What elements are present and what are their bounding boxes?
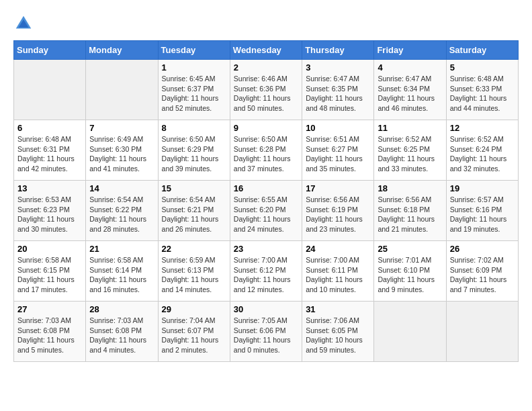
header-cell-sunday: Sunday bbox=[14, 41, 86, 60]
day-cell: 27Sunrise: 7:03 AM Sunset: 6:08 PM Dayli… bbox=[14, 302, 86, 362]
day-number: 22 bbox=[162, 244, 226, 254]
day-cell bbox=[446, 302, 518, 362]
day-cell: 17Sunrise: 6:56 AM Sunset: 6:19 PM Dayli… bbox=[302, 181, 374, 241]
logo-icon bbox=[13, 13, 34, 34]
day-info: Sunrise: 7:06 AM Sunset: 6:05 PM Dayligh… bbox=[306, 316, 370, 355]
day-cell bbox=[14, 60, 86, 120]
week-row-1: 1Sunrise: 6:45 AM Sunset: 6:37 PM Daylig… bbox=[14, 60, 519, 120]
day-info: Sunrise: 6:45 AM Sunset: 6:37 PM Dayligh… bbox=[162, 74, 226, 113]
day-number: 17 bbox=[306, 183, 370, 193]
page-header bbox=[13, 13, 519, 34]
day-cell bbox=[374, 302, 446, 362]
day-cell: 21Sunrise: 6:58 AM Sunset: 6:14 PM Dayli… bbox=[86, 241, 158, 302]
day-number: 13 bbox=[17, 183, 82, 193]
day-cell: 4Sunrise: 6:47 AM Sunset: 6:34 PM Daylig… bbox=[374, 60, 446, 120]
day-number: 30 bbox=[234, 304, 298, 314]
day-info: Sunrise: 7:03 AM Sunset: 6:08 PM Dayligh… bbox=[89, 316, 154, 355]
day-number: 23 bbox=[234, 244, 298, 254]
day-number: 3 bbox=[306, 62, 370, 73]
header-cell-wednesday: Wednesday bbox=[230, 41, 302, 60]
day-info: Sunrise: 7:02 AM Sunset: 6:09 PM Dayligh… bbox=[450, 255, 515, 295]
day-cell: 18Sunrise: 6:56 AM Sunset: 6:18 PM Dayli… bbox=[374, 181, 446, 241]
day-info: Sunrise: 6:50 AM Sunset: 6:28 PM Dayligh… bbox=[234, 134, 298, 174]
day-info: Sunrise: 7:03 AM Sunset: 6:08 PM Dayligh… bbox=[17, 316, 82, 355]
day-info: Sunrise: 7:00 AM Sunset: 6:11 PM Dayligh… bbox=[306, 255, 370, 295]
day-cell: 9Sunrise: 6:50 AM Sunset: 6:28 PM Daylig… bbox=[230, 120, 302, 181]
day-info: Sunrise: 6:54 AM Sunset: 6:22 PM Dayligh… bbox=[89, 195, 154, 234]
day-info: Sunrise: 6:55 AM Sunset: 6:20 PM Dayligh… bbox=[234, 195, 298, 234]
day-cell: 23Sunrise: 7:00 AM Sunset: 6:12 PM Dayli… bbox=[230, 241, 302, 302]
day-cell: 16Sunrise: 6:55 AM Sunset: 6:20 PM Dayli… bbox=[230, 181, 302, 241]
day-info: Sunrise: 6:48 AM Sunset: 6:33 PM Dayligh… bbox=[450, 74, 515, 113]
day-number: 2 bbox=[234, 62, 298, 73]
day-info: Sunrise: 6:56 AM Sunset: 6:18 PM Dayligh… bbox=[378, 195, 442, 234]
day-number: 18 bbox=[378, 183, 442, 193]
header-cell-tuesday: Tuesday bbox=[158, 41, 230, 60]
day-info: Sunrise: 6:50 AM Sunset: 6:29 PM Dayligh… bbox=[162, 134, 226, 174]
header-cell-monday: Monday bbox=[86, 41, 158, 60]
day-number: 25 bbox=[378, 244, 442, 254]
day-number: 31 bbox=[306, 304, 370, 314]
day-number: 10 bbox=[306, 123, 370, 133]
day-number: 8 bbox=[162, 123, 226, 133]
day-cell: 6Sunrise: 6:48 AM Sunset: 6:31 PM Daylig… bbox=[14, 120, 86, 181]
calendar-table: SundayMondayTuesdayWednesdayThursdayFrid… bbox=[13, 40, 519, 362]
day-number: 24 bbox=[306, 244, 370, 254]
header-row: SundayMondayTuesdayWednesdayThursdayFrid… bbox=[14, 41, 519, 60]
day-number: 21 bbox=[89, 244, 154, 254]
day-cell: 19Sunrise: 6:57 AM Sunset: 6:16 PM Dayli… bbox=[446, 181, 518, 241]
day-number: 19 bbox=[450, 183, 515, 193]
day-cell: 3Sunrise: 6:47 AM Sunset: 6:35 PM Daylig… bbox=[302, 60, 374, 120]
day-cell: 8Sunrise: 6:50 AM Sunset: 6:29 PM Daylig… bbox=[158, 120, 230, 181]
day-info: Sunrise: 6:51 AM Sunset: 6:27 PM Dayligh… bbox=[306, 134, 370, 174]
week-row-2: 6Sunrise: 6:48 AM Sunset: 6:31 PM Daylig… bbox=[14, 120, 519, 181]
day-cell: 11Sunrise: 6:52 AM Sunset: 6:25 PM Dayli… bbox=[374, 120, 446, 181]
day-cell: 29Sunrise: 7:04 AM Sunset: 6:07 PM Dayli… bbox=[158, 302, 230, 362]
day-info: Sunrise: 6:52 AM Sunset: 6:24 PM Dayligh… bbox=[450, 134, 515, 174]
day-info: Sunrise: 6:47 AM Sunset: 6:34 PM Dayligh… bbox=[378, 74, 442, 113]
day-number: 16 bbox=[234, 183, 298, 193]
week-row-5: 27Sunrise: 7:03 AM Sunset: 6:08 PM Dayli… bbox=[14, 302, 519, 362]
day-number: 11 bbox=[378, 123, 442, 133]
day-number: 27 bbox=[17, 304, 82, 314]
day-number: 6 bbox=[17, 123, 82, 133]
day-info: Sunrise: 7:01 AM Sunset: 6:10 PM Dayligh… bbox=[378, 255, 442, 295]
day-number: 26 bbox=[450, 244, 515, 254]
day-cell: 2Sunrise: 6:46 AM Sunset: 6:36 PM Daylig… bbox=[230, 60, 302, 120]
day-cell: 24Sunrise: 7:00 AM Sunset: 6:11 PM Dayli… bbox=[302, 241, 374, 302]
day-info: Sunrise: 6:57 AM Sunset: 6:16 PM Dayligh… bbox=[450, 195, 515, 234]
day-number: 12 bbox=[450, 123, 515, 133]
day-number: 9 bbox=[234, 123, 298, 133]
day-info: Sunrise: 6:48 AM Sunset: 6:31 PM Dayligh… bbox=[17, 134, 82, 174]
day-cell: 26Sunrise: 7:02 AM Sunset: 6:09 PM Dayli… bbox=[446, 241, 518, 302]
day-info: Sunrise: 7:00 AM Sunset: 6:12 PM Dayligh… bbox=[234, 255, 298, 295]
day-number: 28 bbox=[89, 304, 154, 314]
day-cell: 7Sunrise: 6:49 AM Sunset: 6:30 PM Daylig… bbox=[86, 120, 158, 181]
day-number: 7 bbox=[89, 123, 154, 133]
day-info: Sunrise: 6:53 AM Sunset: 6:23 PM Dayligh… bbox=[17, 195, 82, 234]
day-cell: 25Sunrise: 7:01 AM Sunset: 6:10 PM Dayli… bbox=[374, 241, 446, 302]
day-cell: 15Sunrise: 6:54 AM Sunset: 6:21 PM Dayli… bbox=[158, 181, 230, 241]
day-info: Sunrise: 6:46 AM Sunset: 6:36 PM Dayligh… bbox=[234, 74, 298, 113]
day-number: 5 bbox=[450, 62, 515, 73]
day-cell: 1Sunrise: 6:45 AM Sunset: 6:37 PM Daylig… bbox=[158, 60, 230, 120]
day-cell: 20Sunrise: 6:58 AM Sunset: 6:15 PM Dayli… bbox=[14, 241, 86, 302]
day-info: Sunrise: 6:56 AM Sunset: 6:19 PM Dayligh… bbox=[306, 195, 370, 234]
day-info: Sunrise: 7:05 AM Sunset: 6:06 PM Dayligh… bbox=[234, 316, 298, 355]
day-cell: 10Sunrise: 6:51 AM Sunset: 6:27 PM Dayli… bbox=[302, 120, 374, 181]
header-cell-thursday: Thursday bbox=[302, 41, 374, 60]
week-row-3: 13Sunrise: 6:53 AM Sunset: 6:23 PM Dayli… bbox=[14, 181, 519, 241]
day-number: 20 bbox=[17, 244, 82, 254]
day-cell: 5Sunrise: 6:48 AM Sunset: 6:33 PM Daylig… bbox=[446, 60, 518, 120]
day-number: 15 bbox=[162, 183, 226, 193]
day-cell: 13Sunrise: 6:53 AM Sunset: 6:23 PM Dayli… bbox=[14, 181, 86, 241]
day-cell: 22Sunrise: 6:59 AM Sunset: 6:13 PM Dayli… bbox=[158, 241, 230, 302]
day-cell: 30Sunrise: 7:05 AM Sunset: 6:06 PM Dayli… bbox=[230, 302, 302, 362]
day-info: Sunrise: 6:49 AM Sunset: 6:30 PM Dayligh… bbox=[89, 134, 154, 174]
header-cell-saturday: Saturday bbox=[446, 41, 518, 60]
week-row-4: 20Sunrise: 6:58 AM Sunset: 6:15 PM Dayli… bbox=[14, 241, 519, 302]
day-number: 4 bbox=[378, 62, 442, 73]
day-cell bbox=[86, 60, 158, 120]
day-info: Sunrise: 6:47 AM Sunset: 6:35 PM Dayligh… bbox=[306, 74, 370, 113]
day-cell: 31Sunrise: 7:06 AM Sunset: 6:05 PM Dayli… bbox=[302, 302, 374, 362]
